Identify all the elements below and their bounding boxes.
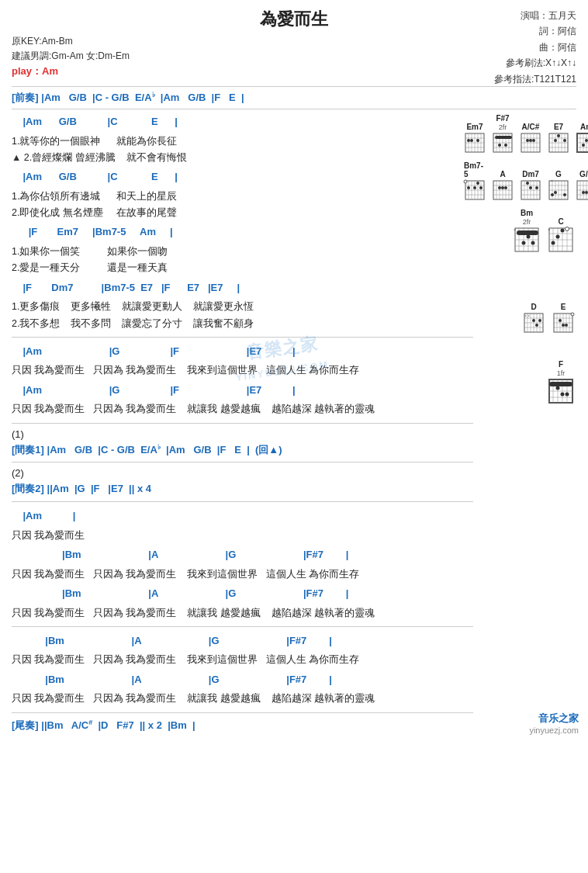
suggested-key: 建議男調:Gm-Am 女:Dm-Em: [12, 49, 130, 64]
verse-1-lyric-2a: 1.為你佔領所有邊城 和天上的星辰: [12, 189, 473, 205]
final-chord-4: |Bm |A |G |F#7 |: [12, 632, 473, 651]
diagram-c: C ×: [548, 217, 574, 253]
svg-point-11: [476, 139, 479, 142]
svg-point-23: [504, 144, 507, 147]
interlude-1-line: [間奏1] |Am G/B |C - G/B E/A♭ |Am G/B |F E…: [12, 442, 473, 458]
svg-point-175: [565, 324, 568, 327]
logo-text: 音乐之家: [529, 712, 579, 726]
meta-left: 原KEY:Am-Bm 建議男調:Gm-Am 女:Dm-Em play：Am: [12, 34, 130, 83]
chorus-chord-1: |Am |G |F |E7 |: [12, 342, 473, 362]
diagram-row-1: Em7: [462, 113, 576, 155]
final-chord-5: |Bm |A |G |F#7 |: [12, 670, 473, 690]
svg-point-97: [535, 186, 538, 189]
svg-point-69: [464, 180, 467, 183]
section-1-label: (1): [12, 428, 473, 440]
svg-point-10: [470, 139, 473, 142]
svg-point-161: [535, 324, 538, 327]
final-chord-1: |Am |: [12, 507, 473, 526]
verse-1-chord-3: |F Em7 |Bm7-5 Am |: [12, 223, 473, 242]
svg-point-110: [563, 193, 566, 196]
diagram-am: Am: [576, 123, 588, 154]
final-lyric-2: 只因 我為愛而生 只因為 我為愛而生 我來到這個世界 這個人生 為你而生存: [12, 566, 473, 583]
diagram-f: F 1fr: [548, 360, 574, 404]
svg-point-133: [522, 241, 526, 245]
divider-3: [12, 337, 473, 338]
divider-4: [12, 423, 473, 424]
svg-point-84: [501, 186, 504, 189]
svg-rect-131: [517, 230, 538, 235]
final-lyric-4: 只因 我為愛而生 只因為 我為愛而生 我來到這個世界 這個人生 為你而生存: [12, 652, 473, 668]
svg-point-72: [476, 182, 479, 185]
diagram-a: A: [492, 170, 514, 201]
original-key: 原KEY:Am-Bm: [12, 34, 130, 49]
diagram-bm: Bm 2fr ×: [514, 209, 540, 253]
final-lyric-5: 只因 我為愛而生 只因為 我為愛而生 就讓我 越愛越瘋 越陷越深 越執著的靈魂: [12, 691, 473, 707]
svg-point-145: [566, 227, 569, 231]
svg-point-109: [554, 191, 557, 194]
svg-text:×: ×: [527, 314, 530, 318]
diagram-d: D × ×: [523, 303, 545, 334]
verse-1-lyric-3b: 2.愛是一種天分 還是一種天真: [12, 260, 473, 276]
svg-point-122: [585, 191, 588, 194]
svg-point-147: [556, 235, 560, 239]
finger-pattern: 參考指法:T121T121: [494, 71, 576, 87]
final-chord-3: |Bm |A |G |F#7 |: [12, 584, 473, 604]
intro-line: [前奏] |Am G/B |C - G/B E/A♭ |Am G/B |F E …: [12, 90, 576, 106]
diagram-g: G ×: [548, 170, 569, 201]
diagram-f7: F#7 2fr: [492, 114, 514, 154]
page-title: 為愛而生: [12, 8, 576, 31]
svg-point-135: [531, 241, 535, 245]
verse-1-chord-4: |F Dm7 |Bm7-5 E7 |F E7 |E7 |: [12, 279, 473, 298]
svg-point-9: [467, 139, 470, 142]
diagram-dm7: Dm7: [520, 170, 541, 201]
svg-point-83: [498, 186, 501, 189]
bottom-logo: 音乐之家 yinyuezj.com: [529, 712, 579, 735]
divider-6: [12, 501, 473, 502]
svg-point-47: [563, 139, 566, 142]
verse-1-lyric-1b: ▲ 2.曾經燦爛 曾經沸騰 就不會有悔恨: [12, 150, 473, 166]
diagram-e: E: [552, 303, 574, 334]
diagram-ac: A/C#: [520, 123, 541, 154]
svg-point-85: [504, 186, 507, 189]
chorus-chord-2: |Am |G |F |E7 |: [12, 381, 473, 400]
svg-point-187: [566, 393, 569, 397]
play-key: play：Am: [12, 65, 58, 77]
diagram-em7: Em7: [464, 123, 486, 154]
svg-point-186: [561, 393, 565, 397]
logo-en: yinyuezj.com: [529, 726, 579, 735]
verse-1-lyric-2b: 2.即使化成 無名煙塵 在故事的尾聲: [12, 205, 473, 221]
svg-point-59: [582, 144, 585, 147]
svg-rect-184: [549, 382, 572, 386]
svg-point-96: [529, 186, 532, 189]
svg-point-148: [561, 229, 565, 233]
chord-svg-em7: [464, 132, 486, 154]
svg-text:×: ×: [548, 227, 551, 232]
svg-point-160: [532, 319, 535, 322]
diagram-gb: G/B: [576, 170, 588, 201]
divider-7: [12, 626, 473, 627]
music-by: 曲：阿信: [494, 40, 576, 55]
chord-svg-e7: [548, 132, 569, 154]
svg-point-22: [498, 144, 501, 147]
verse-1-chord-2: |Am G/B |C E |: [12, 168, 473, 187]
svg-rect-21: [495, 136, 512, 139]
verse-1-lyric-4b: 2.我不多想 我不多問 讓愛忘了分寸 讓我奮不顧身: [12, 316, 473, 332]
chorus-lyric-2: 只因 我為愛而生 只因為 我為愛而生 就讓我 越愛越瘋 越陷越深 越執著的靈魂: [12, 401, 473, 417]
strum-pattern: 參考刷法:X↑↓X↑↓: [494, 55, 576, 71]
outro-line: [尾奏] ||Bm A/C# |D F#7 || x 2 |Bm |: [12, 718, 473, 733]
chord-svg-ac: [520, 132, 541, 154]
svg-point-185: [556, 386, 560, 390]
svg-point-146: [552, 241, 555, 245]
verse-1-lyric-3a: 1.如果你一個笑 如果你一個吻: [12, 244, 473, 260]
svg-text:×: ×: [524, 314, 527, 318]
diagram-row-5: F 1fr: [462, 359, 576, 406]
diagram-e7: E7: [548, 123, 569, 154]
singer: 演唱：五月天: [494, 8, 576, 23]
diagram-row-2: Bm7-5: [462, 160, 576, 203]
svg-point-174: [562, 324, 565, 327]
svg-point-121: [582, 191, 585, 194]
page: 為愛而生 原KEY:Am-Bm 建議男調:Gm-Am 女:Dm-Em play：…: [0, 0, 588, 741]
final-chord-2: |Bm |A |G |F#7 |: [12, 546, 473, 565]
diagram-bm75: Bm7-5: [464, 161, 486, 201]
chord-diagrams: Em7: [462, 113, 576, 406]
